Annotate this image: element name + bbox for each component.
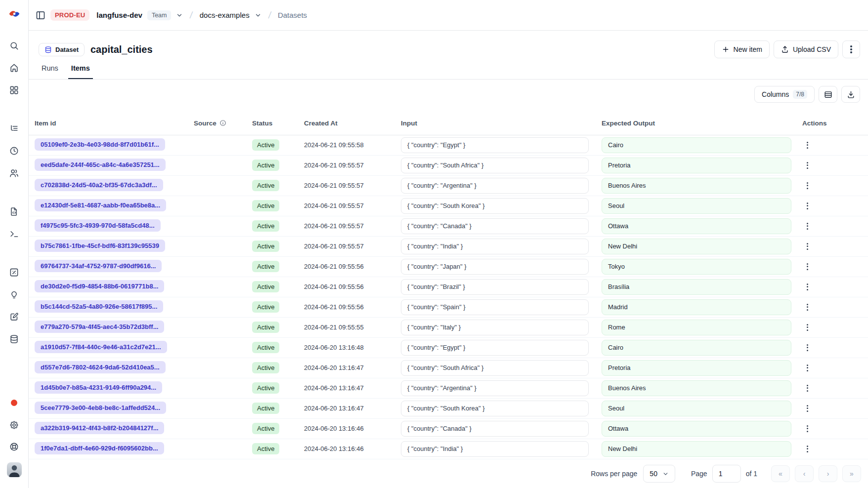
input-preview: { "country": "Italy" } [401,320,589,335]
created-at-cell: 2024-06-21 09:55:56 [303,256,400,277]
item-id-badge[interactable]: c702838d-24d5-40a2-bf35-67dc3a3df... [35,179,163,191]
created-at-cell: 2024-06-20 13:16:47 [303,358,400,378]
input-preview: { "country": "Canada" } [401,218,589,234]
table-body: 05109ef0-2e3b-4e03-98dd-8f7d01b61f... Ac… [29,135,868,459]
row-actions-button[interactable] [802,302,812,313]
sidebar-toggle-icon[interactable] [36,10,45,20]
insights-icon[interactable] [8,288,20,300]
row-actions-button[interactable] [802,423,812,434]
breadcrumb-section[interactable]: Datasets [278,11,307,19]
row-actions-button[interactable] [802,201,812,211]
page-number-input[interactable] [712,465,741,483]
page-label: Page [691,470,707,478]
page-more-actions-button[interactable] [842,41,860,58]
org-chevron-down-icon[interactable] [176,12,183,19]
row-actions-button[interactable] [802,140,812,151]
item-id-badge[interactable]: 1d45b0e7-b85a-4231-9149-6ff90a294... [35,381,162,394]
expected-output-preview: Cairo [602,137,791,153]
status-badge: Active [252,342,279,353]
upload-csv-button[interactable]: Upload CSV [774,41,838,58]
item-id-badge[interactable]: 1f0e7da1-dbff-4e60-929d-f6095602bb... [35,442,164,454]
table-row: 1f0e7da1-dbff-4e60-929d-f6095602bb... Ac… [29,439,868,459]
new-item-button[interactable]: New item [714,41,770,58]
sessions-icon[interactable] [8,145,20,157]
source-cell [193,175,251,196]
row-height-button[interactable] [819,86,837,103]
row-actions-button[interactable] [802,383,812,394]
columns-button[interactable]: Columns 7/8 [754,86,815,103]
item-id-badge[interactable]: a1910d57-7f84-440c-9e46-a31c2d7e21... [35,341,167,353]
tab-items[interactable]: Items [68,64,93,79]
row-actions-button[interactable] [802,403,812,414]
column-header-expected-output[interactable]: Expected Output [601,112,801,135]
items-table: Item id Source Status Created At Input E… [29,112,868,459]
created-at-cell: 2024-06-21 09:55:57 [303,216,400,236]
row-actions-button[interactable] [802,160,812,171]
home-icon[interactable] [8,62,20,74]
item-id-badge[interactable]: b75c7861-1fbe-45cf-bdf6-83f139c95539 [35,240,165,252]
search-icon[interactable] [8,40,20,51]
playground-icon[interactable] [8,228,20,240]
row-actions-button[interactable] [802,363,812,373]
scores-icon[interactable] [8,266,20,278]
created-at-cell: 2024-06-21 09:55:56 [303,277,400,297]
item-id-badge[interactable]: eed5dafe-244f-465c-a84c-4a6e357251... [35,159,166,171]
created-at-cell: 2024-06-20 13:16:46 [303,439,400,459]
status-badge: Active [252,139,279,151]
settings-gear-icon[interactable] [8,419,20,431]
rows-per-page-select[interactable]: 50 [643,465,675,483]
user-avatar[interactable] [7,462,22,477]
row-actions-button[interactable] [802,444,812,454]
item-id-badge[interactable]: 05109ef0-2e3b-4e03-98dd-8f7d01b61f... [35,138,165,151]
column-header-source[interactable]: Source [193,112,251,135]
prompts-icon[interactable] [8,205,20,217]
project-name[interactable]: docs-examples [200,11,250,19]
org-name[interactable]: langfuse-dev [96,11,142,19]
next-page-button[interactable]: › [819,465,837,482]
item-id-badge[interactable]: a322b319-9412-4f43-b8f2-b20484127f... [35,422,164,434]
item-id-badge[interactable]: e12430df-5e81-4687-aabb-f0ea65be8a... [35,199,166,211]
column-header-input[interactable]: Input [400,112,601,135]
annotation-icon[interactable] [8,311,20,323]
column-header-created-at[interactable]: Created At [303,112,400,135]
row-actions-button[interactable] [802,180,812,191]
row-actions-button[interactable] [802,261,812,272]
item-id-badge[interactable]: de30d2e0-f5d9-4854-88b6-0619771b8... [35,280,164,292]
item-id-badge[interactable]: b5c144cd-52a5-4a80-926e-58617f895... [35,300,163,313]
column-header-status[interactable]: Status [251,112,303,135]
last-page-button[interactable]: » [842,465,861,482]
status-badge: Active [252,200,279,211]
row-actions-button[interactable] [802,221,812,232]
row-actions-button[interactable] [802,322,812,333]
previous-page-button[interactable]: ‹ [795,465,814,482]
item-id-badge[interactable]: e779a270-579a-4f45-aec4-35b72d3bff... [35,321,164,333]
expected-output-preview: New Delhi [602,239,791,254]
breadcrumb-separator: / [265,10,273,21]
expected-output-preview: Brasília [602,279,791,295]
status-badge: Active [252,322,279,333]
item-id-badge[interactable]: f4975c95-5fc3-4939-970d-58fa5cd48... [35,219,161,232]
column-header-item-id[interactable]: Item id [29,112,193,135]
datasets-icon[interactable] [8,333,20,345]
table-row: 69764737-34af-4752-9787-d90df9616... Act… [29,256,868,277]
expected-output-preview: Cairo [602,340,791,356]
users-icon[interactable] [8,167,20,179]
tracing-icon[interactable] [8,122,20,134]
table-row: c702838d-24d5-40a2-bf35-67dc3a3df... Act… [29,175,868,196]
plus-icon [722,45,730,53]
item-id-badge[interactable]: 69764737-34af-4752-9787-d90df9616... [35,260,162,272]
project-chevron-down-icon[interactable] [255,12,261,19]
tab-runs[interactable]: Runs [39,64,61,79]
table-row: a322b319-9412-4f43-b8f2-b20484127f... Ac… [29,418,868,439]
first-page-button[interactable]: « [771,465,790,482]
export-button[interactable] [841,86,860,103]
row-actions-button[interactable] [802,282,812,292]
support-lifebuoy-icon[interactable] [8,441,20,452]
item-id-badge[interactable]: 5cee7779-3e00-4eb8-be8c-1affedd524... [35,402,166,414]
row-actions-button[interactable] [802,342,812,353]
record-indicator-icon[interactable] [11,400,17,406]
breadcrumb-separator: / [187,10,195,21]
item-id-badge[interactable]: d557e7d6-7802-4624-9da6-52d410ea5... [35,361,166,373]
row-actions-button[interactable] [802,241,812,252]
dashboards-icon[interactable] [8,84,20,96]
